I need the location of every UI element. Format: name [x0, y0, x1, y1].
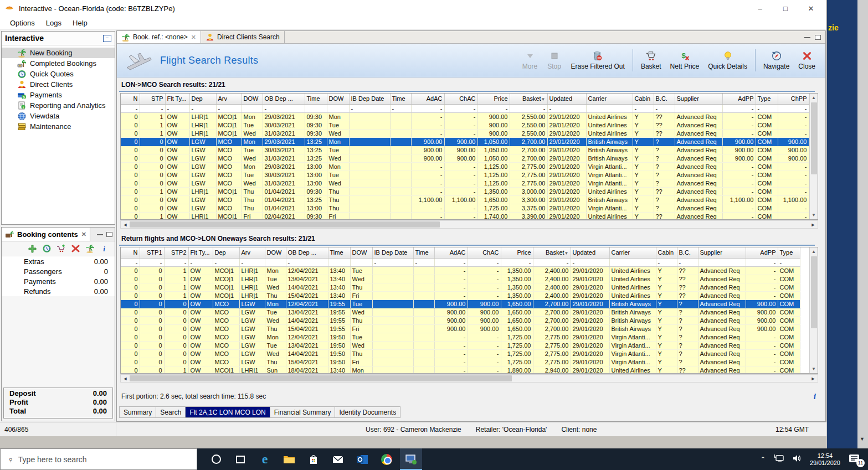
column-header-adpp[interactable]: AdPP	[746, 247, 778, 258]
column-header-time[interactable]: Time	[305, 94, 327, 104]
result-row[interactable]: 00OWLGWMCOThu01/04/202113:25Thu1,100.001…	[121, 195, 809, 204]
filter-cell[interactable]: -	[165, 104, 189, 112]
filter-cell[interactable]: -	[213, 258, 239, 266]
column-header-price[interactable]: Price	[501, 247, 533, 258]
result-row[interactable]: 00OWLGWMCOMon29/03/202113:00Mon--1,125.0…	[121, 162, 809, 171]
scroll-right-icon[interactable]: ►	[809, 376, 818, 381]
filter-cell[interactable]: -	[189, 104, 216, 112]
filter-cell[interactable]: -	[547, 104, 586, 112]
filter-cell[interactable]: -	[510, 104, 547, 112]
inbound-horizontal-scrollbar[interactable]: ◄ ►	[120, 374, 818, 383]
filter-cell[interactable]: -	[477, 104, 510, 112]
column-header-stp[interactable]: STP	[140, 94, 165, 104]
column-header-dow[interactable]: DOW	[350, 247, 372, 258]
add-icon[interactable]	[28, 244, 37, 253]
filter-cell[interactable]: -	[286, 258, 328, 266]
sidebar-item-direct-clients[interactable]: Direct Clients	[2, 79, 115, 90]
file-explorer-icon[interactable]	[278, 448, 300, 470]
stop-button[interactable]: Stop	[542, 48, 567, 73]
result-row[interactable]: 000OWMCOLGWWed14/04/202119:50Thu--1,725.…	[121, 349, 800, 358]
column-header-adpp[interactable]: AdPP	[722, 94, 756, 104]
column-header-dep[interactable]: Dep	[213, 247, 239, 258]
menu-help[interactable]: Help	[67, 18, 93, 28]
column-header-arv[interactable]: Arv	[216, 94, 242, 104]
result-row[interactable]: 00OWLGWMCOThu01/04/202113:00Thu--1,725.0…	[121, 204, 809, 212]
scroll-up-icon[interactable]: ▲	[810, 94, 818, 102]
filter-cell[interactable]: -	[444, 104, 477, 112]
filter-cell[interactable]	[350, 258, 372, 266]
result-row[interactable]: 001OWMCO|1LHR|1Sun18/04/202113:40Mon--1,…	[121, 366, 800, 374]
column-header-chac[interactable]: ChAC	[444, 94, 477, 104]
column-header-time[interactable]: Time	[390, 94, 411, 104]
result-row[interactable]: 01OWLHR|1MCO|1Mon29/03/202109:30Mon--900…	[121, 112, 809, 121]
filter-cell[interactable]: -	[372, 258, 413, 266]
tab-book-ref-none-[interactable]: Book. ref.: <none>✕	[117, 31, 201, 43]
column-header-chac[interactable]: ChAC	[468, 247, 501, 258]
active-app-icon[interactable]	[400, 448, 422, 470]
column-header-ob-dep-[interactable]: OB Dep ...	[263, 94, 305, 104]
filter-cell[interactable]: -	[722, 104, 756, 112]
quote-icon[interactable]	[42, 244, 52, 253]
filter-cell[interactable]: -	[140, 258, 164, 266]
filter-cell[interactable]	[265, 258, 286, 266]
minimize-view-icon[interactable]	[804, 37, 810, 38]
filter-cell[interactable]: -	[533, 258, 571, 266]
result-row[interactable]: 001OWMCO|1LHR|1Thu15/04/202113:40Fri--1,…	[121, 291, 800, 299]
booking-item-refunds[interactable]: Refunds0.00	[2, 286, 115, 296]
more-button[interactable]: More	[518, 48, 542, 73]
column-header-updated[interactable]: Updated	[571, 247, 609, 258]
minimize-button[interactable]: –	[747, 0, 773, 17]
result-row-selected[interactable]: 000OWMCOLGWMon12/04/202119:55Tue900.0090…	[121, 299, 800, 308]
result-row[interactable]: 000OWMCOLGWMon12/04/202119:50Tue--1,725.…	[121, 333, 800, 341]
outlook-icon[interactable]	[351, 448, 373, 470]
filter-cell[interactable]	[675, 104, 722, 112]
tray-clock[interactable]: 12:54 29/01/2020	[810, 452, 840, 467]
column-header-flt-ty-[interactable]: Flt Ty...	[188, 247, 213, 258]
result-row[interactable]: 00OWLGWMCOTue30/03/202113:00Tue--1,125.0…	[121, 171, 809, 179]
result-row[interactable]: 000OWMCOLGWTue13/04/202119:50Wed--1,725.…	[121, 341, 800, 349]
column-header-n[interactable]: N	[121, 94, 140, 104]
menu-options[interactable]: Options	[4, 18, 40, 28]
scroll-left-icon[interactable]: ◄	[121, 376, 130, 381]
column-header-supplier[interactable]: Supplier	[698, 247, 746, 258]
sidebar-item-reporting-and-analytics[interactable]: iReporting and Analytics	[2, 100, 115, 111]
column-header-dep[interactable]: Dep	[189, 94, 216, 104]
sidebar-item-payments[interactable]: $Payments	[2, 90, 115, 100]
result-row[interactable]: 000OWMCOLGWWed14/04/202119:55Thu900.0090…	[121, 316, 800, 324]
sidebar-item-new-booking[interactable]: New Booking	[2, 48, 115, 58]
search-input[interactable]	[18, 455, 157, 464]
inbound-vertical-scrollbar[interactable]: ▲ ▼	[809, 247, 818, 373]
booking-contents-tab[interactable]: Booking contents ✕	[2, 228, 90, 241]
filter-cell[interactable]: -	[571, 258, 609, 266]
view-tab-search[interactable]: Search	[156, 406, 186, 418]
basket-button[interactable]: Basket	[636, 48, 666, 73]
filter-cell[interactable]: -	[349, 104, 390, 112]
sidebar-item-quick-quotes[interactable]: Quick Quotes	[2, 69, 115, 79]
scrollbar-thumb[interactable]	[811, 256, 817, 328]
column-header-basket[interactable]: Basket▼	[533, 247, 571, 258]
filter-cell[interactable]	[698, 258, 746, 266]
filter-cell[interactable]: -	[121, 258, 140, 266]
quick-details-button[interactable]: Quick Details	[703, 48, 752, 73]
minimize-view-icon[interactable]	[97, 234, 103, 235]
edge-icon[interactable]: e	[254, 448, 276, 470]
result-row-selected[interactable]: 00OWLGWMCOMon29/03/202113:25Mon900.00900…	[121, 137, 809, 146]
scrollbar-thumb[interactable]	[130, 375, 512, 381]
filter-cell[interactable]: -	[677, 258, 698, 266]
column-header-b-c-[interactable]: B.C.	[677, 247, 698, 258]
filter-cell[interactable]	[242, 104, 263, 112]
filter-cell[interactable]: -	[411, 104, 444, 112]
filter-cell[interactable]: -	[216, 104, 242, 112]
column-header-dow[interactable]: DOW	[327, 94, 349, 104]
filter-cell[interactable]: -	[468, 258, 501, 266]
filter-cell[interactable]	[609, 258, 656, 266]
column-header-type[interactable]: Type	[778, 247, 800, 258]
scrollbar-thumb[interactable]	[811, 102, 817, 174]
column-header-dow[interactable]: DOW	[265, 247, 286, 258]
maximize-button[interactable]: □	[773, 0, 798, 17]
column-header-carrier[interactable]: Carrier	[586, 94, 633, 104]
menu-logs[interactable]: Logs	[40, 18, 67, 28]
column-header-b-c-[interactable]: B.C.	[654, 94, 675, 104]
column-header-type[interactable]: Type	[756, 94, 778, 104]
view-tab-financial-summary[interactable]: Financial Summary	[270, 406, 336, 418]
